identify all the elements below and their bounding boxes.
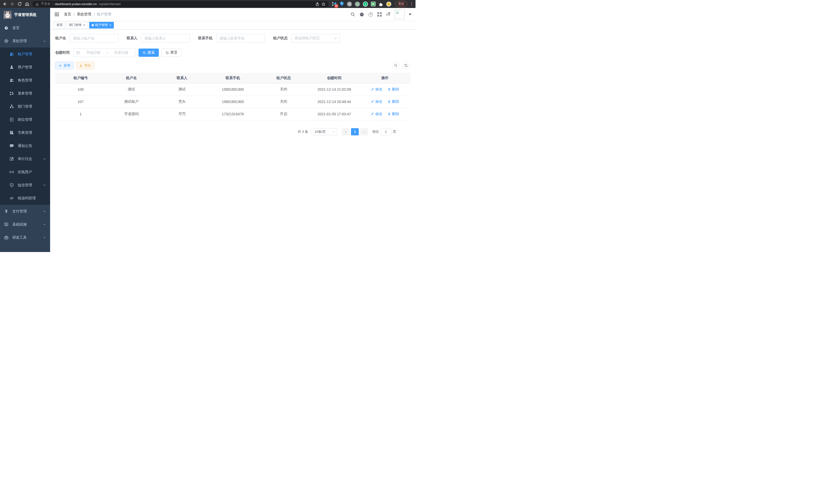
update-label: 更新 — [398, 2, 404, 6]
tenant-name-input[interactable] — [69, 34, 118, 42]
users-icon — [9, 78, 14, 83]
field-label: 租户名 — [55, 36, 66, 40]
breadcrumb-system[interactable]: 系统管理 — [77, 12, 91, 17]
tab-label: 首页 — [57, 23, 63, 27]
edit-link[interactable]: 修改 — [371, 112, 382, 116]
sidebar-toggle-icon[interactable] — [54, 12, 59, 17]
bookmark-star-icon[interactable] — [321, 2, 325, 6]
pencil-icon — [371, 112, 374, 116]
extensions-puzzle-icon[interactable] — [378, 2, 383, 6]
end-date-placeholder: 结束日期 — [110, 50, 133, 55]
close-icon[interactable]: × — [83, 23, 85, 27]
profile-avatar-icon[interactable] — [386, 2, 391, 7]
sidebar-item-user[interactable]: 用户管理 — [0, 61, 50, 74]
reset-button[interactable]: 重置 — [161, 49, 182, 57]
tab-home[interactable]: 首页 — [54, 22, 65, 29]
caret-down-icon[interactable] — [409, 13, 411, 15]
sidebar-item-menu[interactable]: 菜单管理 — [0, 87, 50, 100]
sidebar-item-post[interactable]: 岗位管理 — [0, 113, 50, 126]
cell-mobile: 15601691300 — [207, 95, 258, 108]
message-icon — [9, 144, 14, 148]
extension-chat-icon[interactable] — [371, 2, 376, 6]
share-icon[interactable] — [315, 2, 319, 6]
delete-link[interactable]: 删除 — [388, 87, 399, 92]
page-number-1[interactable]: 1 — [351, 128, 359, 136]
calendar-icon — [76, 51, 80, 55]
sidebar-item-label: 错误码管理 — [18, 196, 36, 201]
browser-forward-icon[interactable] — [10, 2, 15, 6]
address-bar[interactable]: 不安全 dashboard.yudao.iocoder.cn/system/te… — [32, 1, 328, 7]
sidebar-item-sms[interactable]: 短信管理 — [0, 179, 50, 191]
search-button[interactable]: 搜索 — [139, 49, 159, 57]
avatar[interactable] — [395, 9, 404, 19]
add-button[interactable]: 新增 — [55, 62, 74, 69]
tree-icon — [9, 91, 14, 95]
mobile-input[interactable] — [216, 34, 265, 42]
browser-back-icon[interactable] — [3, 2, 7, 6]
date-range-picker[interactable]: 开始日期 - 结束日期 — [73, 48, 136, 57]
header-search-icon[interactable] — [350, 12, 355, 17]
toggle-search-button[interactable] — [392, 62, 400, 69]
sidebar-item-dept[interactable]: 部门管理 — [0, 100, 50, 113]
browser-home-icon[interactable] — [25, 2, 29, 6]
extension-recorder-icon[interactable] — [355, 2, 360, 7]
sitemap-icon — [9, 104, 14, 109]
contact-input[interactable] — [141, 34, 190, 42]
sidebar-item-error-code[interactable]: 错误码管理 — [0, 191, 50, 205]
sidebar-item-audit-log[interactable]: 审计日志 — [0, 152, 50, 166]
extension-devtools-icon[interactable]: 10 — [332, 2, 337, 7]
cell-created: 2021-01-05 17:03:47 — [309, 108, 360, 120]
breadcrumb-home[interactable]: 首页 — [64, 12, 71, 17]
font-size-icon[interactable]: TT — [386, 12, 390, 17]
sidebar-item-notice[interactable]: 通知公告 — [0, 139, 50, 152]
table-row: 107 测试租户 秃头 15601691300 关闭 2021-12-14 20… — [55, 95, 410, 108]
export-button[interactable]: 导出 — [76, 62, 94, 69]
extension-command-icon[interactable] — [347, 2, 352, 7]
tab-tenant[interactable]: 租户管理 × — [89, 22, 114, 29]
app-title: 芋道管理系统 — [14, 12, 36, 17]
refresh-table-button[interactable] — [402, 62, 410, 69]
extension-balloon-icon[interactable] — [340, 2, 344, 7]
sidebar-item-home[interactable]: 首页 — [0, 21, 50, 34]
field-label: 创建时间 — [55, 50, 69, 55]
search-icon — [143, 51, 146, 55]
page-size-select[interactable]: 10条/页 — [312, 128, 337, 136]
url-host: dashboard.yudao.iocoder.cn — [55, 2, 97, 6]
github-icon[interactable] — [360, 12, 364, 17]
help-icon[interactable]: ? — [369, 12, 373, 17]
goto-page-input[interactable] — [381, 128, 391, 136]
delete-link[interactable]: 删除 — [388, 99, 399, 104]
sidebar-item-payment[interactable]: ¥ 支付管理 — [0, 205, 50, 218]
sidebar-item-tenant[interactable]: 租户管理 — [0, 48, 50, 61]
sidebar-item-system[interactable]: 系统管理 — [0, 34, 50, 48]
sidebar-item-infra[interactable]: 基础设施 — [0, 218, 50, 231]
edit-link[interactable]: 修改 — [371, 87, 382, 92]
edit-link[interactable]: 修改 — [371, 99, 382, 104]
close-icon[interactable]: × — [110, 23, 112, 27]
browser-chrome: 不安全 dashboard.yudao.iocoder.cn/system/te… — [0, 0, 416, 8]
prev-page-button[interactable]: ‹ — [342, 128, 349, 136]
cell-contact: 芋艿 — [157, 108, 207, 120]
extension-yuque-icon[interactable]: y — [363, 2, 368, 7]
delete-link[interactable]: 删除 — [388, 112, 399, 116]
yuan-icon: ¥ — [4, 209, 8, 213]
tab-dept[interactable]: 部门管理 × — [66, 22, 88, 29]
app-logo-row[interactable]: 芋道管理系统 — [0, 8, 50, 21]
update-button[interactable]: 更新 — [395, 1, 407, 7]
sidebar-item-label: 字典管理 — [18, 130, 32, 135]
sidebar-item-dict[interactable]: 字典管理 — [0, 126, 50, 139]
browser-reload-icon[interactable] — [18, 2, 22, 6]
security-warning-icon[interactable] — [35, 2, 39, 6]
sidebar-item-dev-tools[interactable]: 研发工具 — [0, 231, 50, 244]
extension-badge: 10 — [335, 4, 338, 8]
gear-icon — [4, 39, 8, 43]
pagination: 共 3 条 10条/页 ‹ 1 › 前往 页 — [55, 128, 410, 136]
sidebar-item-role[interactable]: 角色管理 — [0, 74, 50, 87]
sidebar-item-label: 租户管理 — [18, 52, 32, 57]
next-page-button[interactable]: › — [360, 128, 368, 136]
pagination-total: 共 3 条 — [298, 129, 308, 134]
browser-menu-icon[interactable] — [410, 2, 413, 6]
fullscreen-icon[interactable] — [377, 12, 382, 17]
status-select[interactable]: 请选择租户状态 — [291, 34, 340, 42]
sidebar-item-online-user[interactable]: 在线用户 — [0, 166, 50, 179]
